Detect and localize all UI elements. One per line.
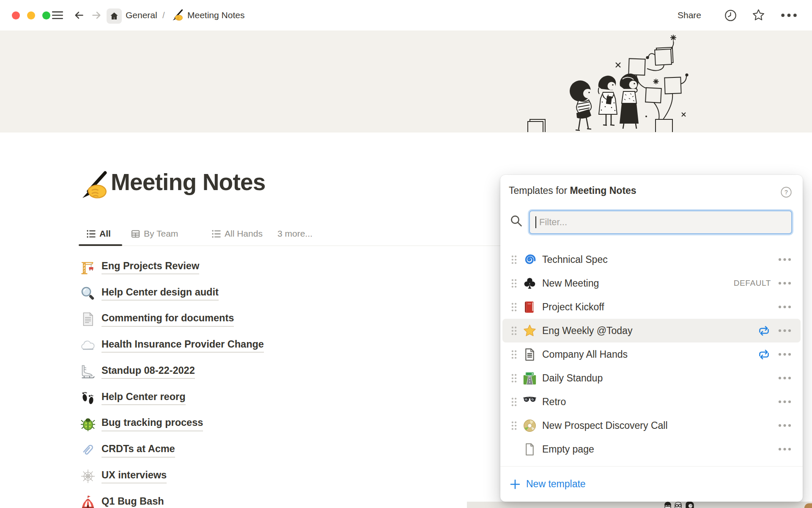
page-link-title: Eng Projects Review (102, 260, 199, 274)
template-item[interactable]: Daily Standup (502, 366, 801, 390)
template-item[interactable]: Technical Spec (502, 248, 801, 271)
cloud-icon (80, 338, 96, 353)
page-icon-writing-hand[interactable] (80, 171, 109, 200)
cd-icon (523, 419, 537, 433)
close-window-button[interactable] (12, 11, 20, 19)
share-button[interactable]: Share (678, 0, 701, 30)
template-list: Technical Spec New Meeting DEFAULT Proje… (500, 248, 803, 461)
footprints-icon (80, 390, 96, 406)
template-item[interactable]: Empty page (502, 437, 801, 461)
page-link-row[interactable]: Help Center design audit (80, 280, 486, 306)
drag-handle-icon[interactable] (511, 279, 517, 288)
popup-title-prefix: Templates for (509, 185, 570, 196)
page-link-title: Help Center reorg (102, 391, 186, 405)
faces-illustration (662, 501, 703, 508)
popup-title: Templates for Meeting Notes (509, 185, 636, 196)
template-label: Daily Standup (542, 373, 603, 384)
minimize-window-button[interactable] (27, 11, 35, 19)
back-arrow-icon[interactable] (74, 10, 84, 20)
new-template-label: New template (526, 478, 586, 490)
page-link-row[interactable]: Q1 Bug Bash (80, 489, 486, 508)
circus-tent-icon (80, 495, 96, 508)
table-view-icon (131, 229, 140, 239)
drag-handle-icon[interactable] (511, 397, 517, 407)
closed-book-icon (523, 300, 537, 314)
template-item[interactable]: Company All Hands (502, 342, 801, 366)
motorway-icon (523, 371, 537, 385)
cover-illustration (465, 30, 702, 132)
page-link-title: Standup 08-22-2022 (102, 364, 195, 379)
list-view-icon (211, 229, 221, 239)
star-icon (523, 324, 537, 338)
templates-popup: Templates for Meeting Notes Technical Sp… (500, 175, 803, 502)
more-options-icon[interactable] (779, 13, 798, 17)
more-options-icon[interactable] (778, 282, 791, 285)
page-link-row[interactable]: Standup 08-22-2022 (80, 359, 486, 385)
drag-handle-icon[interactable] (511, 350, 517, 359)
zoom-window-button[interactable] (42, 11, 50, 19)
tab-all[interactable]: All (86, 225, 111, 242)
more-options-icon[interactable] (778, 447, 791, 451)
drag-handle-icon[interactable] (511, 255, 517, 265)
search-icon (510, 214, 523, 228)
new-template-button[interactable]: New template (500, 466, 803, 502)
sidebar-menu-icon[interactable] (52, 11, 63, 19)
page-link-title: Q1 Bug Bash (102, 495, 164, 508)
clock-icon[interactable] (724, 9, 737, 22)
page-link-row[interactable]: Health Insurance Provider Change (80, 332, 486, 359)
template-item[interactable]: New Meeting DEFAULT (502, 271, 801, 295)
building-crane-icon (80, 260, 96, 275)
tab-by-team[interactable]: By Team (131, 225, 178, 242)
more-options-icon[interactable] (778, 400, 791, 403)
more-options-icon[interactable] (778, 258, 791, 261)
home-icon[interactable] (107, 8, 122, 24)
page-link-title: Commenting for documents (102, 312, 234, 326)
tab-all-hands[interactable]: All Hands (211, 225, 263, 242)
breadcrumb-separator: / (162, 0, 165, 30)
page-link-row[interactable]: Eng Projects Review (80, 254, 486, 280)
drag-handle-icon[interactable] (511, 373, 517, 383)
drag-handle-icon[interactable] (511, 326, 517, 336)
more-options-icon[interactable] (778, 353, 791, 356)
empty-page-icon (523, 442, 537, 456)
notion-window: General / Meeting Notes Share (0, 0, 812, 508)
template-label: Retro (542, 396, 566, 408)
template-item[interactable]: New Prospect Discovery Call (502, 414, 801, 437)
club-suit-icon (523, 276, 537, 290)
template-label: Project Kickoff (542, 301, 604, 313)
forward-arrow-icon[interactable] (91, 10, 102, 20)
page-list: Eng Projects Review Help Center design a… (80, 254, 486, 508)
page-link-row[interactable]: Commenting for documents (80, 306, 486, 333)
page-with-text-icon (523, 348, 537, 362)
breadcrumb-page[interactable]: Meeting Notes (187, 0, 244, 30)
breadcrumb-workspace[interactable]: General (126, 0, 157, 30)
template-item[interactable]: Project Kickoff (502, 295, 801, 319)
callout-strip (467, 502, 812, 508)
page-link-title: Help Center design audit (102, 286, 219, 301)
page-link-row[interactable]: Bug tracking process (80, 411, 486, 437)
writing-hand-icon (172, 9, 184, 21)
page-link-title: CRDTs at Acme (102, 443, 175, 457)
more-options-icon[interactable] (778, 424, 791, 427)
drag-handle-icon[interactable] (511, 421, 517, 431)
template-item[interactable]: Retro (502, 390, 801, 414)
template-label: Company All Hands (542, 349, 628, 360)
spider-web-icon (80, 469, 96, 484)
favorite-star-icon[interactable] (752, 8, 765, 22)
more-options-icon[interactable] (778, 305, 791, 309)
filter-field-wrap (529, 210, 792, 234)
filter-input[interactable] (529, 210, 792, 234)
page-link-row[interactable]: Help Center reorg (80, 385, 486, 411)
page-link-row[interactable]: CRDTs at Acme (80, 437, 486, 464)
template-item-highlighted[interactable]: Eng Weekly @Today (502, 319, 801, 342)
sunglasses-icon (523, 395, 537, 409)
help-icon[interactable] (780, 186, 793, 199)
page-title[interactable]: Meeting Notes (111, 168, 265, 196)
more-options-icon[interactable] (778, 329, 791, 332)
magnifying-glass-icon (80, 286, 96, 301)
tab-more-views[interactable]: 3 more... (277, 225, 313, 242)
more-options-icon[interactable] (778, 376, 791, 380)
template-label: New Meeting (542, 278, 599, 289)
drag-handle-icon[interactable] (511, 302, 517, 312)
page-link-row[interactable]: UX interviews (80, 463, 486, 489)
